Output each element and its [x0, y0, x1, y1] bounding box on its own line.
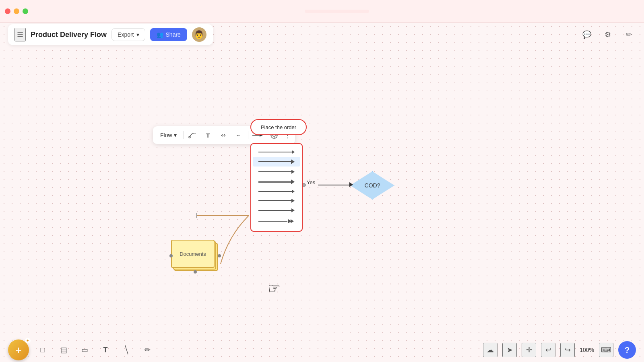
bidirectional-button[interactable]: ⇔: [217, 129, 229, 141]
left-arrow-icon: ←: [236, 132, 242, 138]
bidirectional-icon: ⇔: [221, 132, 226, 138]
add-button[interactable]: + ✦: [8, 339, 29, 360]
curve-icon: [188, 131, 197, 140]
traffic-light-red[interactable]: [5, 8, 10, 14]
title-bar: [0, 0, 644, 23]
zoom-level: 100%: [580, 347, 594, 353]
arrow-style-thin[interactable]: [253, 148, 300, 156]
edit-button[interactable]: ✏: [621, 27, 636, 42]
top-toolbar: ☰ Product Delivery Flow Export ▾ 👥 Share…: [0, 23, 644, 47]
arrow-style-double[interactable]: [253, 216, 300, 227]
title-bar-center: [35, 10, 639, 13]
yes-label: Yes: [307, 179, 315, 185]
text-tool-button[interactable]: T: [98, 343, 113, 357]
left-arrow-button[interactable]: ←: [233, 129, 245, 141]
select-icon: ➤: [507, 346, 513, 354]
double-arrow-icon: [287, 218, 295, 224]
traffic-lights: [5, 8, 28, 14]
export-label: Export: [118, 31, 134, 38]
line-tool-button[interactable]: ╱: [119, 343, 134, 357]
arrow-line-6: [258, 199, 295, 203]
flow-text: Flow: [160, 132, 172, 138]
doc-stack: Documents: [171, 240, 219, 272]
cursor-hand: ☞: [268, 280, 281, 297]
traffic-light-green[interactable]: [23, 8, 28, 14]
bottom-left-tools: + ✦ □ ▤ ▭ T ╱ ✏: [8, 339, 155, 360]
arrow-line-7: [258, 208, 295, 212]
yes-arrowhead: [349, 182, 353, 187]
share-label: Share: [166, 31, 181, 38]
share-icon: 👥: [157, 31, 163, 38]
help-button[interactable]: ?: [618, 341, 636, 359]
cod-diamond[interactable]: COD?: [350, 171, 394, 200]
share-button[interactable]: 👥 Share: [150, 28, 187, 41]
curve-button[interactable]: [187, 129, 199, 141]
text-button[interactable]: T: [202, 129, 214, 141]
flow-label-button[interactable]: Flow ▾: [157, 130, 180, 140]
table-tool-button[interactable]: ▤: [56, 343, 71, 357]
line-icon: ╱: [122, 345, 131, 354]
avatar: 👨: [192, 27, 206, 42]
doc-connector-left: [169, 254, 173, 257]
rectangle-icon: □: [41, 346, 45, 354]
pen-icon: ✏: [144, 346, 151, 354]
cloud-icon: ☁: [487, 346, 494, 354]
text-icon: T: [206, 132, 210, 139]
medium-arrow-line: [258, 159, 295, 164]
export-button[interactable]: Export ▾: [111, 28, 145, 41]
thin-arrow-line: [258, 150, 295, 154]
arrow-style-thick[interactable]: [253, 177, 300, 187]
arrow-style-6[interactable]: [253, 196, 300, 205]
edit-icon: ✏: [626, 30, 632, 39]
redo-icon: ↪: [565, 346, 571, 354]
place-order-label: Place the order: [261, 124, 296, 130]
keyboard-icon: ⌨: [601, 346, 611, 354]
hamburger-button[interactable]: ☰: [14, 28, 26, 41]
arrow-style-wide[interactable]: [253, 167, 300, 176]
flow-divider-1: [183, 131, 184, 139]
card-icon: ▭: [81, 346, 88, 354]
arrow-style-small-head[interactable]: [253, 187, 300, 195]
traffic-light-yellow[interactable]: [14, 8, 19, 14]
arrow-styles-panel: [250, 143, 303, 232]
redo-button[interactable]: ↪: [560, 343, 575, 357]
bottom-right-tools: ☁ ➤ ✛ ↩ ↪ 100% ⌨ ?: [483, 341, 636, 359]
undo-button[interactable]: ↩: [541, 343, 555, 357]
help-icon: ?: [625, 346, 630, 355]
documents-shape[interactable]: Documents: [171, 240, 219, 272]
doc-page-front: Documents: [171, 240, 215, 268]
doc-connector-right: [218, 254, 221, 257]
yes-arrow-line: [318, 185, 350, 185]
bottom-toolbar: + ✦ □ ▤ ▭ T ╱ ✏ ☁: [0, 338, 644, 362]
toolbar-left-group: ☰ Product Delivery Flow Export ▾ 👥 Share…: [8, 24, 213, 45]
double-arrow-line: [258, 218, 295, 224]
chat-icon: 💬: [582, 30, 591, 39]
add-icon: +: [15, 344, 21, 356]
diagram-title: Product Delivery Flow: [31, 31, 107, 39]
pen-tool-button[interactable]: ✏: [140, 343, 155, 357]
documents-label: Documents: [180, 251, 206, 257]
canvas-area: ☰ Product Delivery Flow Export ▾ 👥 Share…: [0, 23, 644, 362]
toolbar-right-group: 💬 ⚙ ✏: [580, 27, 636, 42]
place-order-box[interactable]: Place the order: [250, 119, 307, 135]
flow-divider-2: [248, 131, 248, 139]
export-dropdown-icon: ▾: [136, 31, 139, 38]
small-head-arrow-line: [258, 190, 295, 193]
chat-button[interactable]: 💬: [580, 27, 594, 42]
undo-icon: ↩: [545, 346, 551, 354]
arrow-style-7[interactable]: [253, 206, 300, 215]
avatar-icon: 👨: [194, 30, 204, 39]
move-icon: ✛: [526, 346, 532, 354]
wide-arrow-line: [258, 170, 295, 174]
add-badge: ✦: [25, 338, 31, 343]
doc-connector-bottom: [194, 270, 197, 274]
move-button[interactable]: ✛: [522, 343, 536, 357]
cloud-button[interactable]: ☁: [483, 343, 497, 357]
table-icon: ▤: [60, 346, 67, 354]
arrow-style-medium[interactable]: [253, 157, 300, 167]
keyboard-button[interactable]: ⌨: [599, 343, 613, 357]
settings-button[interactable]: ⚙: [601, 27, 615, 42]
rectangle-tool-button[interactable]: □: [35, 343, 50, 357]
select-button[interactable]: ➤: [502, 343, 517, 357]
card-tool-button[interactable]: ▭: [77, 343, 92, 357]
